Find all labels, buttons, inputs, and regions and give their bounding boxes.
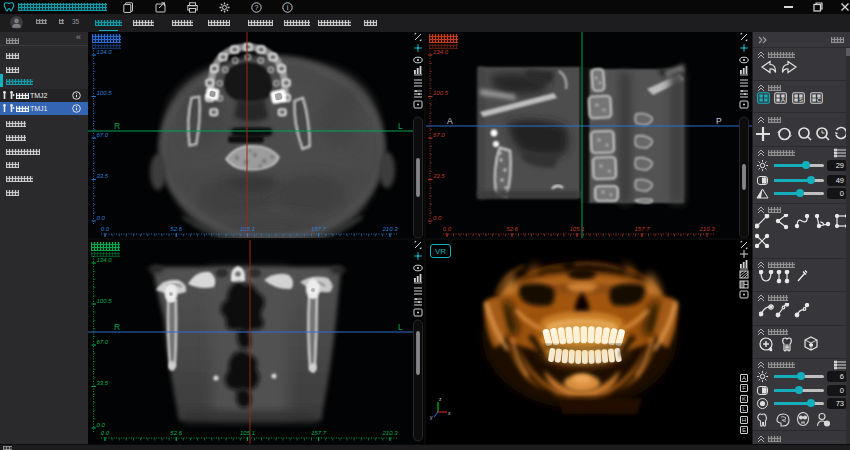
svg-text:67.0: 67.0 xyxy=(97,132,109,138)
svg-text:0.0: 0.0 xyxy=(97,215,106,221)
svg-text:R: R xyxy=(114,322,120,332)
svg-text:L: L xyxy=(398,322,403,332)
svg-text:L: L xyxy=(398,121,403,131)
svg-text:0.0: 0.0 xyxy=(101,430,110,436)
svg-text:y: y xyxy=(430,414,433,420)
svg-text:210.3: 210.3 xyxy=(381,430,398,436)
svg-text:100.5: 100.5 xyxy=(97,298,113,304)
svg-text:A: A xyxy=(447,116,453,126)
svg-text:157.7: 157.7 xyxy=(311,226,327,232)
svg-text:z: z xyxy=(439,396,442,402)
svg-text:157.7: 157.7 xyxy=(634,226,650,232)
svg-text:52.6: 52.6 xyxy=(170,430,182,436)
svg-text:105.1: 105.1 xyxy=(240,430,255,436)
svg-text:52.6: 52.6 xyxy=(170,226,182,232)
svg-text:134.0: 134.0 xyxy=(97,49,113,55)
svg-text:157.7: 157.7 xyxy=(311,430,327,436)
svg-text:S: S xyxy=(798,97,802,103)
svg-text:100.5: 100.5 xyxy=(97,90,113,96)
svg-text:33.5: 33.5 xyxy=(97,173,109,179)
svg-text:P: P xyxy=(716,116,722,126)
svg-text:R: R xyxy=(114,121,120,131)
svg-text:105.1: 105.1 xyxy=(569,226,584,232)
svg-text:i: i xyxy=(287,3,289,12)
svg-text:134.0: 134.0 xyxy=(97,257,113,263)
svg-text:0.0: 0.0 xyxy=(101,226,110,232)
svg-text:C: C xyxy=(816,97,821,103)
svg-text:210.3: 210.3 xyxy=(698,226,715,232)
svg-text:67.0: 67.0 xyxy=(433,132,445,138)
svg-text:x: x xyxy=(448,410,451,416)
svg-text:0.0: 0.0 xyxy=(433,215,442,221)
svg-text:33.5: 33.5 xyxy=(433,173,445,179)
svg-text:A: A xyxy=(781,97,786,103)
svg-text:52.6: 52.6 xyxy=(506,226,518,232)
svg-text:134.0: 134.0 xyxy=(433,49,449,55)
svg-text:105.1: 105.1 xyxy=(240,226,255,232)
svg-text:33.5: 33.5 xyxy=(97,380,109,386)
svg-text:67.0: 67.0 xyxy=(97,339,109,345)
svg-text:?: ? xyxy=(255,4,259,11)
svg-text:100.5: 100.5 xyxy=(433,90,449,96)
svg-text:0.0: 0.0 xyxy=(443,226,452,232)
svg-text:210.3: 210.3 xyxy=(381,226,398,232)
svg-text:0.0: 0.0 xyxy=(97,422,106,428)
